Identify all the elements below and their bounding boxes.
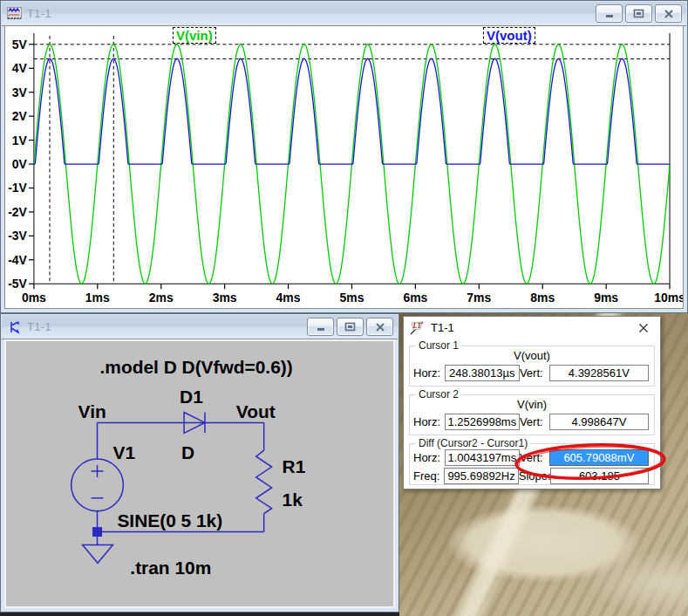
- diff-vert-label: Vert:: [520, 451, 548, 464]
- cursor-window-titlebar[interactable]: LT T1-1: [404, 317, 660, 339]
- cursor2-horz-label: Horz:: [413, 415, 443, 428]
- diff-group: Diff (Cursor2 - Cursor1) Horz: 1.0043197…: [409, 443, 655, 485]
- cursor1-group: Cursor 1 V(vout) Horz: 248.38013µs Vert:…: [409, 346, 655, 387]
- diff-freq-label: Freq:: [413, 469, 442, 483]
- svg-text:0ms: 0ms: [22, 291, 46, 305]
- cursor1-group-label: Cursor 1: [416, 339, 461, 352]
- source-ref-label[interactable]: V1: [112, 442, 135, 462]
- schematic-window: T1-1 .model D D(Vfwd=0.6)) .tran 10m: [0, 313, 399, 613]
- cursor1-horz-label: Horz:: [413, 366, 443, 380]
- svg-text:LT: LT: [412, 322, 423, 330]
- svg-text:1ms: 1ms: [85, 291, 110, 305]
- svg-text:6ms: 6ms: [403, 291, 427, 305]
- svg-text:-3V: -3V: [8, 229, 27, 243]
- svg-text:3V: 3V: [12, 86, 28, 99]
- cursor2-vert-label: Vert:: [520, 415, 548, 428]
- minimize-button[interactable]: [596, 4, 623, 23]
- diff-horz-value[interactable]: 1.0043197ms: [445, 449, 520, 466]
- svg-text:7ms: 7ms: [467, 291, 491, 305]
- desktop: T1-1 5V4V3V2V1V0V-1V-2V-3V-4V-5V0ms1ms2m…: [0, 0, 688, 616]
- background-window-edge: [0, 613, 399, 616]
- svg-text:-4V: -4V: [8, 253, 27, 267]
- resistor-value-label[interactable]: 1k: [283, 489, 303, 510]
- cursor2-horz-value[interactable]: 1.2526998ms: [445, 414, 520, 430]
- model-directive-text[interactable]: .model D D(Vfwd=0.6)): [100, 357, 293, 377]
- svg-text:9ms: 9ms: [594, 291, 618, 305]
- cursor2-group-label: Cursor 2: [416, 388, 461, 400]
- schematic-canvas[interactable]: .model D D(Vfwd=0.6)) .tran 10m: [4, 339, 395, 608]
- restore-button[interactable]: [337, 318, 364, 336]
- cursor1-horz-value[interactable]: 248.38013µs: [445, 365, 520, 381]
- svg-text:2ms: 2ms: [149, 291, 174, 305]
- net-label-vout[interactable]: Vout: [236, 401, 276, 421]
- close-icon[interactable]: [635, 320, 652, 336]
- schematic-window-titlebar[interactable]: T1-1: [2, 315, 398, 339]
- cursor-readout-window: LT T1-1 Cursor 1 V(vout) Horz: 248.38013…: [403, 316, 661, 489]
- resistor-symbol[interactable]: [256, 450, 272, 514]
- svg-text:5V: 5V: [12, 38, 28, 51]
- voltage-source-symbol[interactable]: [72, 459, 124, 511]
- cursor1-vert-label: Vert:: [520, 366, 548, 380]
- waveform-chart[interactable]: 5V4V3V2V1V0V-1V-2V-3V-4V-5V0ms1ms2ms3ms4…: [5, 26, 683, 308]
- close-button[interactable]: [655, 4, 682, 23]
- svg-text:0V: 0V: [12, 157, 28, 171]
- net-label-vin[interactable]: Vin: [78, 401, 106, 421]
- svg-text:2V: 2V: [12, 109, 28, 123]
- plot-window-title: T1-1: [27, 7, 51, 20]
- svg-text:3ms: 3ms: [213, 291, 237, 305]
- ltspice-logo-icon: LT: [409, 320, 425, 335]
- diode-model-label[interactable]: D: [181, 442, 194, 462]
- svg-text:5ms: 5ms: [340, 291, 364, 305]
- plot-area[interactable]: 5V4V3V2V1V0V-1V-2V-3V-4V-5V0ms1ms2ms3ms4…: [4, 25, 684, 309]
- waveform-plot-window: T1-1 5V4V3V2V1V0V-1V-2V-3V-4V-5V0ms1ms2m…: [0, 0, 688, 313]
- svg-text:8ms: 8ms: [530, 291, 555, 305]
- schematic-window-title: T1-1: [27, 320, 51, 333]
- minimize-button[interactable]: [307, 318, 334, 336]
- trace-label-vin[interactable]: V(vin): [173, 27, 216, 44]
- resistor-ref-label[interactable]: R1: [283, 456, 306, 476]
- svg-text:1V: 1V: [12, 133, 28, 147]
- source-value-label[interactable]: SINE(0 5 1k): [117, 510, 222, 530]
- diff-vert-value[interactable]: 605.79088mV: [549, 449, 649, 466]
- svg-text:-2V: -2V: [8, 205, 27, 219]
- svg-text:10ms: 10ms: [654, 291, 683, 305]
- cursor2-group: Cursor 2 V(vin) Horz: 1.2526998ms Vert: …: [409, 394, 655, 435]
- diff-slope-value[interactable]: 603.185: [550, 468, 649, 484]
- restore-button[interactable]: [625, 4, 652, 23]
- tran-directive-text[interactable]: .tran 10m: [130, 558, 211, 578]
- cursor2-vert-value[interactable]: 4.998647V: [549, 414, 649, 430]
- trace-label-vout[interactable]: V(vout): [483, 27, 535, 44]
- diff-group-label: Diff (Cursor2 - Cursor1): [416, 437, 530, 449]
- svg-text:4V: 4V: [12, 61, 28, 75]
- svg-text:4ms: 4ms: [276, 291, 301, 305]
- waveform-icon: [7, 7, 22, 20]
- transistor-icon: [7, 320, 22, 334]
- plot-window-titlebar[interactable]: T1-1: [2, 2, 686, 26]
- cursor-window-title: T1-1: [431, 321, 454, 334]
- diff-horz-label: Horz:: [413, 451, 443, 464]
- cursor1-vert-value[interactable]: 4.3928561V: [549, 365, 649, 381]
- diff-freq-value[interactable]: 995.69892Hz: [444, 468, 518, 484]
- svg-text:-1V: -1V: [8, 181, 27, 195]
- diode-ref-label[interactable]: D1: [180, 387, 203, 407]
- close-button[interactable]: [366, 318, 393, 336]
- diff-slope-label: Slope:: [519, 469, 548, 483]
- svg-text:-5V: -5V: [8, 277, 27, 291]
